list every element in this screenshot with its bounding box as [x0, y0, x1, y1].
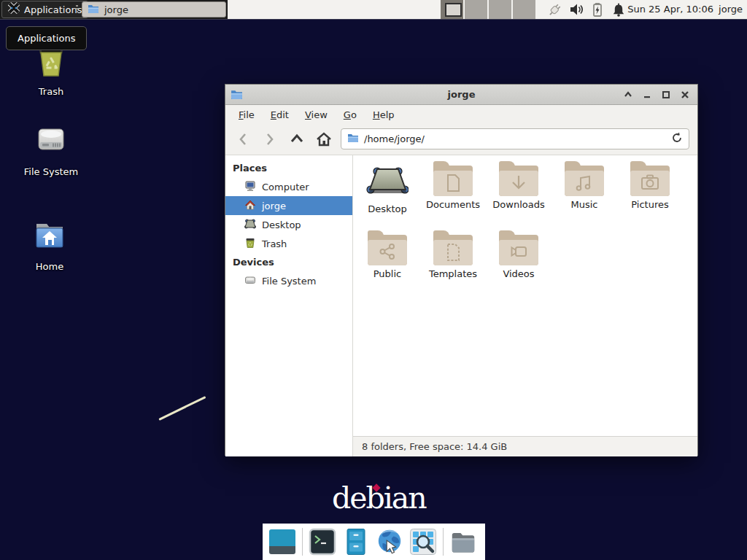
- folder-pictures-icon: [630, 161, 670, 196]
- sidebar-item-label: jorge: [262, 201, 286, 211]
- file-cabinet-icon[interactable]: [342, 527, 370, 556]
- system-tray: [547, 1, 627, 18]
- hard-drive-icon: [33, 122, 69, 162]
- dock: [263, 524, 485, 560]
- file-item-templates[interactable]: Templates: [420, 230, 486, 298]
- file-manager-window: jorge File Edit View Go Help: [225, 84, 698, 456]
- sidebar-item-label: File System: [262, 276, 316, 287]
- file-item-downloads[interactable]: Downloads: [486, 161, 551, 228]
- battery-charging-icon[interactable]: [589, 1, 605, 18]
- panel-grip-handle[interactable]: [76, 5, 78, 12]
- dock-separator: [302, 528, 303, 556]
- icon-view[interactable]: Desktop Documents: [353, 155, 697, 436]
- taskbar-window-button[interactable]: jorge: [82, 1, 226, 18]
- reload-icon[interactable]: [671, 132, 683, 147]
- show-desktop-icon[interactable]: [268, 527, 296, 556]
- folder-videos-icon: [499, 230, 538, 265]
- sidebar-item-label: Desktop: [262, 219, 301, 230]
- close-button[interactable]: [680, 90, 690, 100]
- workspace-2[interactable]: [465, 0, 489, 19]
- file-label: Music: [571, 199, 598, 210]
- app-finder-icon[interactable]: [409, 527, 437, 556]
- sidebar-item-label: Computer: [262, 182, 309, 192]
- forward-button[interactable]: [260, 129, 280, 149]
- toolbar: /home/jorge/: [225, 124, 697, 155]
- desktop-special-icon: [366, 166, 409, 201]
- file-label: Templates: [429, 268, 477, 279]
- sidebar-item-desktop[interactable]: Desktop: [225, 215, 352, 234]
- window-body: Places Computer: [225, 155, 697, 456]
- dock-separator: [443, 528, 444, 556]
- user-home-icon: [244, 199, 256, 213]
- power-plug-icon[interactable]: [547, 1, 563, 18]
- sidebar-item-computer[interactable]: Computer: [225, 177, 352, 196]
- terminal-icon[interactable]: [309, 527, 336, 556]
- trash-icon: [244, 237, 256, 251]
- menu-edit[interactable]: Edit: [263, 107, 296, 122]
- workspace-3[interactable]: [489, 0, 513, 19]
- path-bar[interactable]: /home/jorge/: [341, 128, 689, 149]
- file-manager-folder-icon[interactable]: [449, 527, 477, 556]
- desktop-icon-label: Home: [36, 261, 63, 272]
- maximize-button[interactable]: [661, 90, 671, 100]
- file-label: Videos: [503, 268, 534, 279]
- menu-file[interactable]: File: [231, 107, 262, 122]
- file-item-pictures[interactable]: Pictures: [617, 161, 683, 228]
- home-button[interactable]: [314, 129, 334, 149]
- notifications-bell-icon[interactable]: [611, 1, 627, 18]
- folder-icon: [88, 3, 99, 17]
- file-label: Downloads: [492, 199, 544, 210]
- home-folder-icon: [31, 217, 68, 257]
- x-logo-icon: [8, 2, 20, 17]
- window-controls: [623, 85, 690, 104]
- panel-clock[interactable]: Sun 25 Apr, 10:06: [627, 0, 713, 19]
- sidebar-header-devices: Devices: [225, 253, 352, 271]
- applications-tooltip: Applications: [6, 26, 87, 50]
- file-label: Desktop: [368, 203, 407, 214]
- minimize-button[interactable]: [642, 90, 652, 100]
- wallpaper-line-artifact: [158, 396, 206, 421]
- menu-view[interactable]: View: [298, 107, 335, 122]
- folder-downloads-icon: [499, 161, 538, 196]
- sidebar-item-trash[interactable]: Trash: [225, 234, 352, 253]
- file-label: Public: [374, 268, 401, 279]
- file-label: Documents: [426, 199, 480, 210]
- workspace-4[interactable]: [513, 0, 537, 19]
- panel-username[interactable]: jorge: [719, 0, 743, 19]
- workspace-window-thumb: [445, 3, 462, 17]
- applications-menu-label: Applications: [24, 4, 82, 15]
- sidebar-item-label: Trash: [262, 238, 287, 249]
- desktop-icon-home[interactable]: Home: [15, 217, 85, 272]
- titlebar[interactable]: jorge: [225, 85, 697, 105]
- folder-public-icon: [368, 230, 407, 265]
- path-value[interactable]: /home/jorge/: [364, 133, 666, 144]
- sidebar-header-places: Places: [225, 159, 352, 177]
- sidebar-item-jorge[interactable]: jorge: [225, 196, 352, 215]
- file-item-music[interactable]: Music: [551, 161, 617, 228]
- tooltip-text: Applications: [18, 33, 75, 44]
- up-button[interactable]: [287, 129, 307, 149]
- web-browser-icon[interactable]: [376, 527, 403, 556]
- debian-wordmark: debian: [332, 481, 419, 518]
- file-item-desktop[interactable]: Desktop: [355, 161, 420, 228]
- volume-icon[interactable]: [568, 1, 584, 18]
- folder-templates-icon: [433, 230, 473, 265]
- desktop-icon-label: Trash: [39, 86, 63, 97]
- file-item-public[interactable]: Public: [355, 230, 420, 298]
- back-button[interactable]: [233, 129, 253, 149]
- menu-help[interactable]: Help: [365, 107, 402, 122]
- computer-icon: [244, 180, 256, 194]
- folder-music-icon: [565, 161, 604, 196]
- shade-button[interactable]: [623, 90, 633, 100]
- desktop-icon-trash[interactable]: Trash: [16, 42, 86, 97]
- menubar: File Edit View Go Help: [225, 105, 697, 124]
- hard-drive-icon: [244, 274, 256, 288]
- desktop-icon-file-system[interactable]: File System: [16, 122, 86, 177]
- workspace-1[interactable]: [441, 0, 465, 19]
- menu-go[interactable]: Go: [336, 107, 364, 122]
- file-item-documents[interactable]: Documents: [420, 161, 486, 228]
- top-panel: Applications jorge: [0, 0, 747, 20]
- sidebar-item-file-system[interactable]: File System: [225, 271, 352, 290]
- file-item-videos[interactable]: Videos: [486, 230, 551, 298]
- desktop-screen: Applications jorge: [0, 0, 747, 560]
